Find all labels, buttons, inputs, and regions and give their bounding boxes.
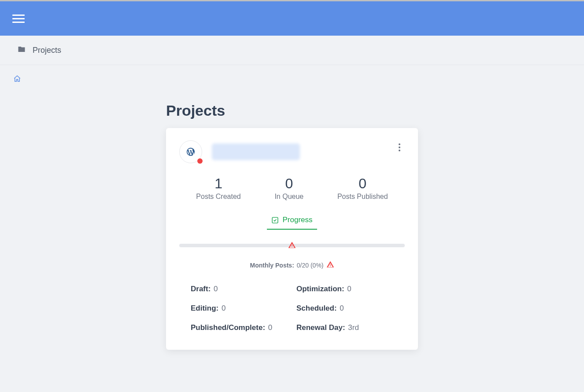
subbar: Projects <box>0 36 584 65</box>
tabs: Progress <box>179 216 405 230</box>
detail-editing: Editing: 0 <box>191 304 288 313</box>
stat-value: 0 <box>337 176 388 192</box>
warning-icon <box>326 260 334 270</box>
breadcrumb <box>0 65 584 84</box>
stat-value: 1 <box>196 176 240 192</box>
stat-label: In Queue <box>274 193 303 201</box>
project-name-redacted[interactable] <box>212 143 300 160</box>
stat-posts-published: 0 Posts Published <box>337 176 388 201</box>
page-title: Projects <box>166 102 418 119</box>
tab-progress[interactable]: Progress <box>267 216 317 230</box>
monthly-posts: Monthly Posts: 0/20 (0%) <box>179 260 405 270</box>
detail-optimization: Optimization: 0 <box>296 285 393 293</box>
folder-icon <box>18 45 26 55</box>
progress-bar <box>179 244 405 247</box>
warning-icon <box>288 241 296 251</box>
card-header <box>179 140 405 163</box>
details-grid: Draft: 0 Optimization: 0 Editing: 0 Sche… <box>179 285 405 332</box>
home-icon[interactable] <box>13 77 21 84</box>
detail-published: Published/Complete: 0 <box>191 323 288 332</box>
subbar-title: Projects <box>33 46 61 55</box>
project-avatar <box>179 140 202 163</box>
stat-label: Posts Published <box>337 193 388 201</box>
tab-label: Progress <box>282 216 312 224</box>
card-menu-button[interactable] <box>394 142 405 153</box>
topbar <box>0 1 584 36</box>
project-card: 1 Posts Created 0 In Queue 0 Posts Publi… <box>166 128 418 350</box>
monthly-label: Monthly Posts: <box>250 262 294 269</box>
content: Projects 1 Posts Created 0 In Queue <box>0 84 584 350</box>
svg-rect-0 <box>273 217 278 223</box>
check-box-icon <box>271 216 279 224</box>
stat-label: Posts Created <box>196 193 240 201</box>
wordpress-icon <box>186 147 196 157</box>
stats-row: 1 Posts Created 0 In Queue 0 Posts Publi… <box>179 176 405 201</box>
stat-value: 0 <box>274 176 303 192</box>
detail-scheduled: Scheduled: 0 <box>296 304 393 313</box>
detail-renewal: Renewal Day: 3rd <box>296 323 393 332</box>
stat-posts-created: 1 Posts Created <box>196 176 240 201</box>
stat-in-queue: 0 In Queue <box>274 176 303 201</box>
menu-toggle-button[interactable] <box>12 12 25 25</box>
status-dot-offline <box>197 158 203 164</box>
monthly-value: 0/20 (0%) <box>297 262 324 269</box>
detail-draft: Draft: 0 <box>191 285 288 293</box>
